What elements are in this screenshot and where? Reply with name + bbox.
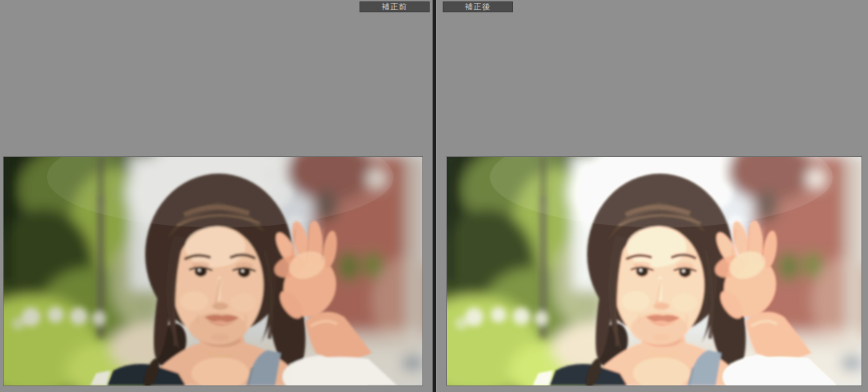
- compare-view: 補正前 補正後: [0, 0, 868, 392]
- compare-divider: [433, 0, 436, 392]
- before-image[interactable]: [4, 157, 422, 385]
- before-label: 補正前: [359, 1, 430, 12]
- after-label: 補正後: [443, 1, 513, 12]
- after-portrait-illustration: [447, 157, 861, 385]
- after-image[interactable]: [447, 157, 861, 385]
- before-portrait-illustration: [4, 157, 422, 385]
